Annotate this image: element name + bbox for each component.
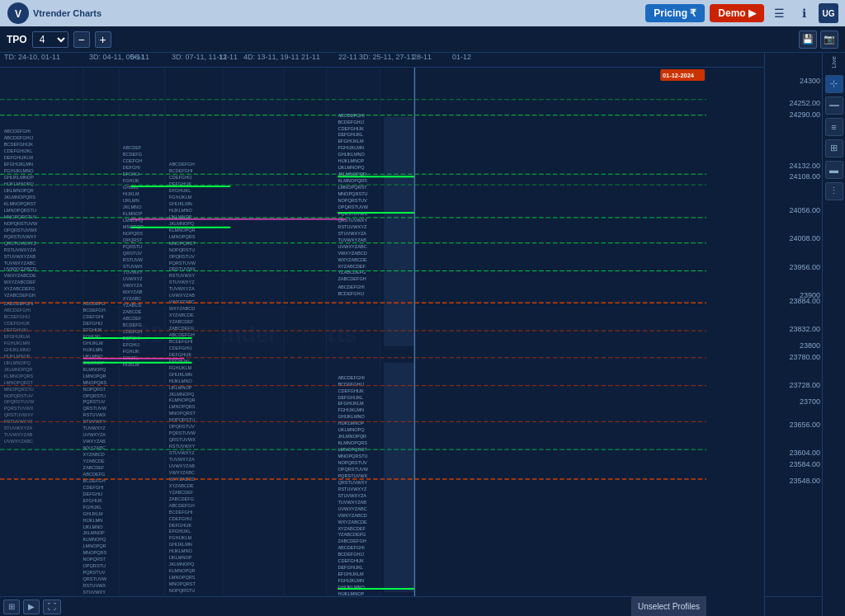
grid-button[interactable]: ⊞ <box>825 139 843 158</box>
svg-text:EFGHIJ: EFGHIJ <box>123 172 139 176</box>
cursor-tool-button[interactable]: ⊹ <box>825 75 843 93</box>
svg-text:DEFGHIJ: DEFGHIJ <box>83 491 102 496</box>
unselect-profiles-button[interactable]: Unselect Profiles <box>631 596 706 616</box>
svg-text:MNOPQRST: MNOPQRST <box>169 241 196 246</box>
vtrender-logo-icon: V <box>7 2 30 25</box>
chart-bottom-toolbar: ⊞ ▶ ⛶ <box>0 596 706 616</box>
svg-text:STUVWXYZ: STUVWXYZ <box>169 280 195 284</box>
svg-text:QRSTUVWXY: QRSTUVWXY <box>4 412 34 417</box>
info-button[interactable]: ℹ <box>794 3 814 23</box>
svg-text:UVWXYZABC: UVWXYZABC <box>338 506 366 511</box>
timeframe-minus-button[interactable]: − <box>73 31 90 48</box>
pricing-button[interactable]: Pricing ₹ <box>645 4 705 22</box>
svg-text:JKLMNOPQ: JKLMNOPQ <box>169 391 195 396</box>
svg-text:ZABCDEFGHI: ZABCDEFGHI <box>4 301 34 306</box>
svg-text:CDEFGHIJ: CDEFGHIJ <box>169 175 192 180</box>
svg-text:ZABCDEFGH: ZABCDEFGH <box>338 276 366 281</box>
svg-text:CDEFGHIJ: CDEFGHIJ <box>169 515 192 520</box>
svg-text:FGHIJKL: FGHIJKL <box>83 505 102 510</box>
svg-text:KLMNOPQRS: KLMNOPQRS <box>338 440 367 445</box>
svg-text:UVWXYZAB: UVWXYZAB <box>169 293 195 298</box>
timeframe-plus-button[interactable]: + <box>95 31 111 48</box>
svg-text:GHIJKLMN: GHIJKLMN <box>169 542 192 547</box>
svg-text:JKLMNOPQ: JKLMNOPQ <box>169 221 195 226</box>
svg-text:HIJKLMNOPQ: HIJKLMNOPQ <box>4 181 35 186</box>
svg-text:FGHIJKLMNO: FGHIJKLMNO <box>4 168 34 173</box>
svg-text:MNOPQR: MNOPQR <box>123 224 144 229</box>
line-tool-button[interactable] <box>825 96 843 115</box>
svg-text:OPQRSTUVW: OPQRSTUVW <box>4 399 35 404</box>
svg-text:EFGHIJ: EFGHIJ <box>123 342 139 347</box>
svg-text:WXYZABC: WXYZABC <box>83 445 106 450</box>
timeframe-select[interactable]: 4 12351015 <box>32 31 68 48</box>
svg-text:STUVWXYZAB: STUVWXYZAB <box>4 253 36 258</box>
svg-text:XYZABCD: XYZABCD <box>83 452 104 457</box>
screenshot-button[interactable]: 📷 <box>820 31 838 49</box>
svg-text:DEFGHIJK: DEFGHIJK <box>169 352 192 357</box>
svg-text:HIJKLM: HIJKLM <box>123 362 139 367</box>
svg-text:BCDEFGHI: BCDEFGHI <box>169 339 193 344</box>
logo-area: V Vtrender Charts <box>7 2 101 25</box>
svg-text:TUVWXY: TUVWXY <box>123 270 143 275</box>
save-chart-button[interactable]: 💾 <box>799 31 817 49</box>
svg-text:GHIJKLMNO: GHIJKLMNO <box>338 414 365 419</box>
fullscreen-button[interactable]: ⛶ <box>43 600 61 614</box>
svg-text:XYZABCDEF: XYZABCDEF <box>338 525 366 530</box>
svg-text:KLMNOPQR: KLMNOPQR <box>169 568 196 573</box>
price-tick-23728: 23728.00 <box>789 381 820 389</box>
svg-text:ABCDEFG: ABCDEFG <box>83 301 105 306</box>
svg-text:FGHIJKLMN: FGHIJKLMN <box>4 341 31 346</box>
block-button[interactable]: ▬ <box>825 161 843 179</box>
user-avatar[interactable]: UG <box>819 3 838 23</box>
svg-text:FGHIJKLM: FGHIJKLM <box>169 365 192 370</box>
svg-text:RSTUVWXYZ: RSTUVWXYZ <box>338 487 366 491</box>
price-tick-23832: 23832.00 <box>789 325 820 333</box>
svg-text:OPQRSTUVW: OPQRSTUVW <box>338 467 368 472</box>
price-tick-23700: 23700 <box>800 397 820 406</box>
svg-text:QRSTUVWX: QRSTUVWX <box>169 437 196 442</box>
svg-rect-8 <box>326 68 380 601</box>
demo-button[interactable]: Demo ▶ <box>710 4 764 22</box>
svg-text:ZABCDE: ZABCDE <box>123 309 142 314</box>
svg-text:01-12-2024: 01-12-2024 <box>663 72 695 79</box>
svg-text:FGHIJK: FGHIJK <box>123 349 139 354</box>
svg-text:VWXYZABCDE: VWXYZABCDE <box>4 273 36 278</box>
film-button[interactable]: ▶ <box>23 600 40 614</box>
navbar-left: V Vtrender Charts <box>7 2 101 25</box>
svg-text:TUVWXYZAB: TUVWXYZAB <box>4 432 33 437</box>
svg-rect-265 <box>384 117 414 346</box>
grid-view-button[interactable]: ⊞ <box>3 600 20 614</box>
svg-text:RSTUVWXYZ: RSTUVWXYZ <box>4 419 33 424</box>
svg-text:BCDEFGHI: BCDEFGHI <box>169 509 193 514</box>
svg-text:NOPQRSTUV: NOPQRSTUV <box>338 198 366 203</box>
svg-text:GHIJKLMNO: GHIJKLMNO <box>338 152 365 157</box>
svg-text:BCDEFGHIJ: BCDEFGHIJ <box>4 314 31 319</box>
svg-text:QRSTUVWXY: QRSTUVWXY <box>338 218 367 223</box>
svg-text:VWXYZABC: VWXYZABC <box>169 299 195 304</box>
chart-area[interactable]: © 2024 Vtrender Charts ABCDEFGHI ABC <box>0 53 764 616</box>
demo-label: Demo ▶ <box>718 7 756 19</box>
watermark: © 2024 Vtrender Charts <box>101 322 357 348</box>
svg-text:QRSTUVWXYZ: QRSTUVWXYZ <box>4 241 37 246</box>
svg-rect-2 <box>0 68 77 601</box>
svg-text:BCDEFGHIJ: BCDEFGHIJ <box>338 552 364 557</box>
svg-text:PQRSTUVWX: PQRSTUVWX <box>338 473 367 478</box>
svg-text:IJKLMNO: IJKLMNO <box>83 524 103 529</box>
svg-text:ABCDEFGHI: ABCDEFGHI <box>4 308 31 313</box>
horizontal-lines-button[interactable]: ≡ <box>825 118 843 136</box>
svg-text:GHIJKLMNOP: GHIJKLMNOP <box>4 175 34 180</box>
tpo-label: TPO <box>7 34 27 45</box>
svg-text:ZABCDEF: ZABCDEF <box>83 465 104 470</box>
svg-text:JKLMNOPQ: JKLMNOPQ <box>169 562 195 567</box>
price-tick-24252: 24252.00 <box>789 99 820 107</box>
svg-text:LMNOPQRST: LMNOPQRST <box>338 447 367 452</box>
svg-text:KLMNOPQ: KLMNOPQ <box>83 367 106 372</box>
svg-text:DEFGHIJ: DEFGHIJ <box>83 321 102 326</box>
svg-text:FGHIJKLM: FGHIJKLM <box>169 195 192 200</box>
navbar: V Vtrender Charts Pricing ₹ Demo ▶ ☰ ℹ U… <box>0 0 845 26</box>
svg-text:RSTUVWX: RSTUVWX <box>83 583 106 588</box>
main-area: © 2024 Vtrender Charts ABCDEFGHI ABC <box>0 53 845 616</box>
hamburger-menu-button[interactable]: ☰ <box>769 3 789 23</box>
dots-button[interactable]: ⋮ <box>825 182 843 200</box>
svg-text:UVWXYZABC: UVWXYZABC <box>338 243 366 248</box>
